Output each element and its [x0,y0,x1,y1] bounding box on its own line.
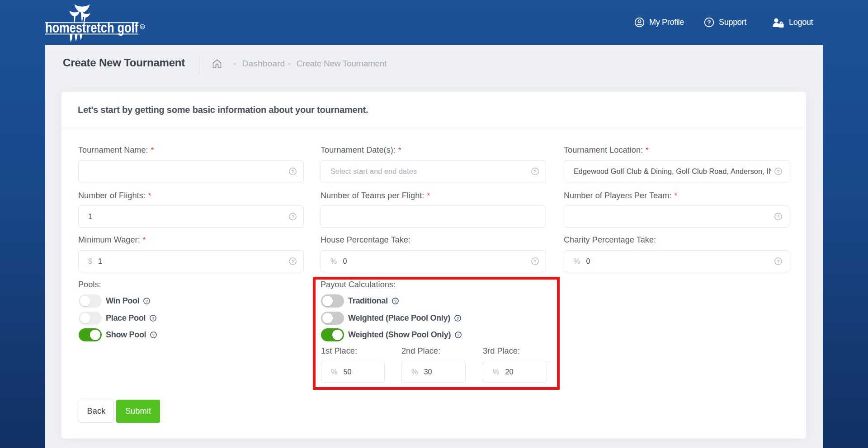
svg-text:?: ? [534,169,537,174]
svg-text:?: ? [146,299,148,303]
svg-text:?: ? [152,333,155,337]
svg-text:?: ? [292,169,294,174]
svg-text:?: ? [777,214,780,219]
svg-text:?: ? [292,259,294,264]
svg-text:?: ? [534,259,537,264]
svg-text:?: ? [777,259,780,264]
svg-text:?: ? [292,214,294,219]
svg-text:?: ? [777,169,780,174]
svg-text:?: ? [152,316,154,321]
svg-text:R: R [141,25,144,29]
svg-text:homestretch golf: homestretch golf [45,20,139,36]
svg-text:?: ? [708,19,711,26]
